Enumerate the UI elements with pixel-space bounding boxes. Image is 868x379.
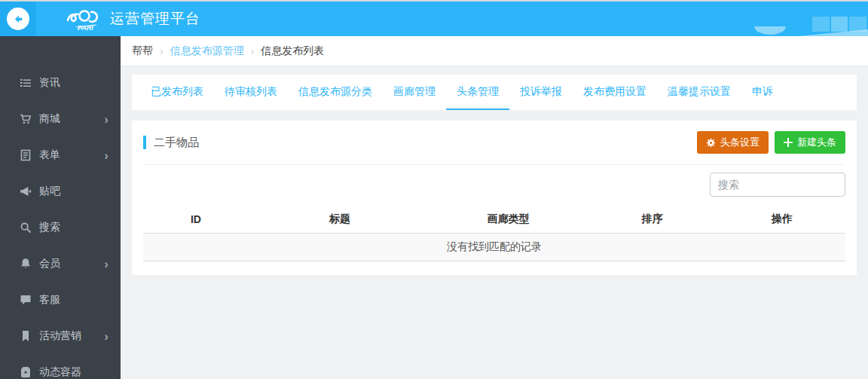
sidebar-item-label: 资讯 — [39, 76, 60, 90]
tab-pending-review-list[interactable]: 待审核列表 — [214, 75, 288, 110]
tab-gallery-management[interactable]: 画廊管理 — [383, 75, 446, 110]
sidebar-item-label: 会员 — [39, 257, 60, 270]
chat-icon — [20, 294, 32, 306]
megaphone-icon — [20, 185, 32, 197]
sidebar-item-label: 表单 — [39, 148, 60, 162]
main-area: 帮帮 › 信息发布源管理 › 信息发布列表 已发布列表 待审核列表 信息发布源分… — [121, 36, 868, 377]
tab-appeal[interactable]: 申诉 — [741, 75, 784, 110]
column-header-gallery-type: 画廊类型 — [431, 206, 585, 234]
sidebar-item-forms[interactable]: 表单 › — [0, 137, 121, 173]
headline-table: ID 标题 画廊类型 排序 操作 没有找到匹配的记录 — [143, 206, 845, 261]
back-button-circle — [7, 8, 29, 30]
sidebar-item-mall[interactable]: 商城 › — [0, 101, 121, 137]
chevron-right-icon: › — [104, 113, 108, 126]
column-header-actions: 操作 — [719, 206, 845, 234]
gear-icon — [706, 138, 716, 148]
panel-title-text: 二手物品 — [154, 136, 199, 150]
search-input[interactable] — [710, 173, 845, 197]
content-area: 已发布列表 待审核列表 信息发布源分类 画廊管理 头条管理 投诉举报 发布费用设… — [121, 66, 868, 275]
chevron-right-icon: › — [104, 330, 108, 343]
back-arrow-icon — [13, 14, 24, 25]
sidebar-item-label: 商城 — [39, 112, 60, 126]
bookmark-icon — [20, 330, 32, 342]
table-header-row: ID 标题 画廊类型 排序 操作 — [143, 206, 845, 234]
sidebar-item-marketing[interactable]: 活动营销 › — [0, 318, 121, 354]
sidebar-item-news[interactable]: 资讯 — [0, 65, 121, 101]
sidebar-item-label: 活动营销 — [39, 329, 81, 343]
tab-headline-management[interactable]: 头条管理 — [446, 75, 509, 110]
tab-source-categories[interactable]: 信息发布源分类 — [288, 75, 383, 110]
breadcrumb-link-parent[interactable]: 信息发布源管理 — [170, 44, 244, 58]
logo-icon: PARI — [66, 6, 107, 32]
title-accent-bar — [143, 136, 146, 149]
sidebar-item-dynamic-container[interactable]: 动态容器 — [0, 354, 121, 379]
sidebar-item-tieba[interactable]: 贴吧 — [0, 173, 121, 209]
panel-title: 二手物品 — [143, 136, 199, 150]
headline-settings-label: 头条设置 — [720, 136, 760, 149]
breadcrumb-separator-icon: › — [251, 45, 255, 57]
search-icon — [20, 222, 32, 234]
header-decoration-tiles — [812, 17, 866, 32]
tab-complaints[interactable]: 投诉举报 — [509, 75, 573, 110]
panel-header: 二手物品 头条设置 新建头条 — [132, 121, 857, 164]
new-headline-label: 新建头条 — [797, 136, 836, 149]
header-decoration-arc — [754, 26, 786, 35]
empty-state-message: 没有找到匹配的记录 — [143, 234, 845, 261]
sidebar-item-label: 客服 — [39, 293, 60, 307]
plus-icon — [784, 138, 793, 147]
column-header-sort: 排序 — [585, 206, 719, 234]
tab-tips-settings[interactable]: 温馨提示设置 — [657, 75, 741, 110]
app-logo: PARI 运营管理平台 — [66, 6, 200, 32]
tab-bar: 已发布列表 待审核列表 信息发布源分类 画廊管理 头条管理 投诉举报 发布费用设… — [132, 75, 857, 110]
bell-icon — [20, 258, 32, 270]
new-headline-button[interactable]: 新建头条 — [775, 131, 845, 154]
sidebar-item-members[interactable]: 会员 › — [0, 246, 121, 282]
tab-published-list[interactable]: 已发布列表 — [140, 75, 214, 110]
back-button[interactable] — [0, 2, 36, 36]
table-toolbar — [132, 165, 857, 206]
form-icon — [20, 149, 32, 161]
breadcrumb-current: 信息发布列表 — [261, 44, 324, 58]
chevron-right-icon: › — [104, 149, 108, 162]
sidebar: 资讯 商城 › 表单 › 贴吧 搜索 — [0, 36, 121, 379]
panel-actions: 头条设置 新建头条 — [697, 131, 845, 154]
sidebar-item-search[interactable]: 搜索 — [0, 209, 121, 246]
chevron-right-icon: › — [104, 258, 108, 270]
sidebar-item-label: 贴吧 — [39, 185, 60, 198]
sidebar-item-label: 动态容器 — [39, 365, 81, 379]
breadcrumb-separator-icon: › — [160, 45, 164, 57]
empty-state-row: 没有找到匹配的记录 — [143, 234, 845, 261]
tab-publish-fee-settings[interactable]: 发布费用设置 — [573, 75, 657, 110]
cart-icon — [20, 113, 32, 125]
sidebar-item-support[interactable]: 客服 — [0, 282, 121, 318]
sidebar-item-label: 搜索 — [39, 221, 60, 234]
breadcrumb-root: 帮帮 — [132, 44, 153, 58]
breadcrumb: 帮帮 › 信息发布源管理 › 信息发布列表 — [121, 36, 868, 66]
container-icon — [20, 366, 32, 378]
list-icon — [20, 77, 32, 89]
app-title: 运营管理平台 — [110, 9, 200, 29]
app-header: PARI 运营管理平台 — [0, 0, 868, 36]
headline-panel: 二手物品 头条设置 新建头条 — [132, 121, 857, 275]
column-header-id: ID — [143, 206, 249, 234]
column-header-title: 标题 — [249, 206, 431, 234]
headline-settings-button[interactable]: 头条设置 — [697, 131, 769, 154]
